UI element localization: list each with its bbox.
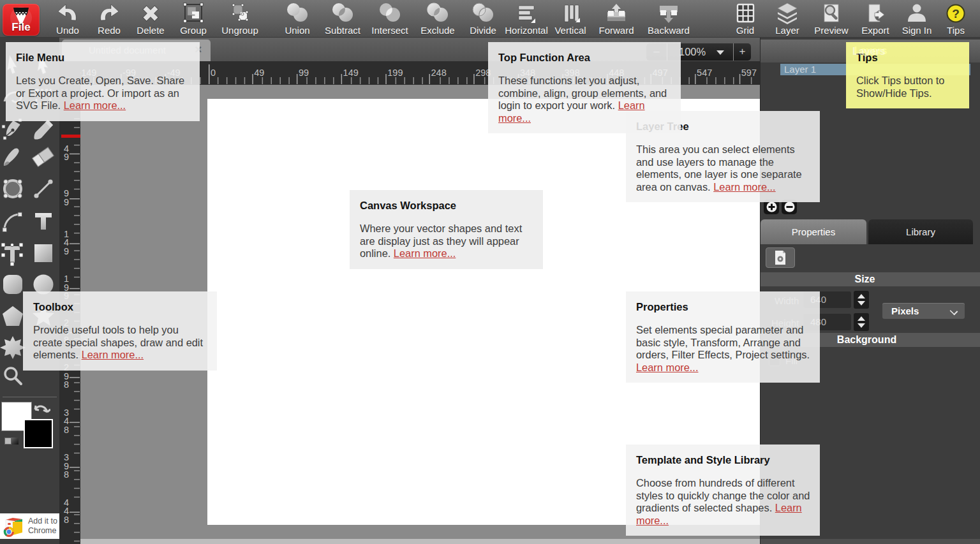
svg-text:248: 248	[431, 68, 447, 78]
svg-text:0: 0	[211, 68, 216, 78]
svg-text:8: 8	[64, 425, 69, 435]
svg-text:9: 9	[64, 197, 69, 207]
svg-text:547: 547	[697, 68, 712, 78]
svg-text:8: 8	[64, 515, 69, 525]
svg-text:?: ?	[952, 7, 960, 20]
svg-text:597: 597	[741, 68, 757, 78]
svg-text:199: 199	[387, 68, 403, 78]
svg-text:8: 8	[64, 379, 69, 390]
svg-text:49: 49	[254, 68, 264, 78]
svg-text:99: 99	[299, 68, 309, 78]
svg-text:8: 8	[64, 469, 69, 480]
svg-text:9: 9	[64, 152, 69, 162]
svg-text:9: 9	[64, 246, 69, 256]
svg-text:149: 149	[343, 68, 359, 78]
